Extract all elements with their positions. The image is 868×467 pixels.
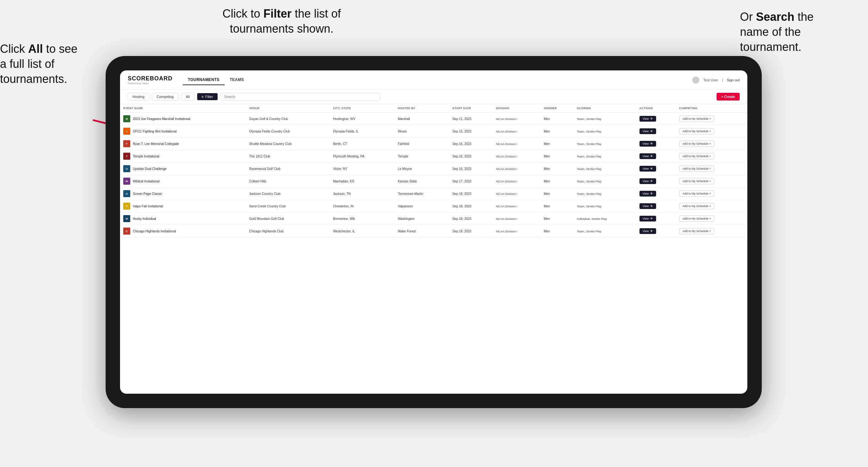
scoreboard-logo: SCOREBOARD Powered by clippd <box>128 75 173 85</box>
view-button-3[interactable]: View 👁 <box>640 153 656 159</box>
cell-scoring-4: Team, Stroke Play <box>574 163 636 175</box>
add-schedule-button-5[interactable]: Add to My Schedule + <box>679 178 714 184</box>
cell-city-7: Chesterton, IN <box>330 200 395 213</box>
cell-city-2: Berlin, CT <box>330 137 395 150</box>
cell-venue-7: Sand Creek Country Club <box>246 200 330 213</box>
tablet-frame: SCOREBOARD Powered by clippd TOURNAMENTS… <box>105 56 762 408</box>
add-schedule-button-8[interactable]: Add to My Schedule + <box>679 215 714 222</box>
cell-competing-3: Add to My Schedule + <box>676 150 747 163</box>
cell-competing-8: Add to My Schedule + <box>676 213 747 225</box>
nav-tabs: TOURNAMENTS TEAMS <box>183 75 249 85</box>
table-row: C Chicago Highlands Invitational Chicago… <box>120 225 747 238</box>
add-schedule-button-1[interactable]: Add to My Schedule + <box>679 128 714 134</box>
cell-event-7: V Valpo Fall Invitational <box>120 200 246 213</box>
cell-competing-5: Add to My Schedule + <box>676 175 747 188</box>
cell-gender-9: Men <box>540 225 574 238</box>
hosting-tab[interactable]: Hosting <box>128 93 149 100</box>
cell-actions-7: View 👁 <box>636 200 676 213</box>
cell-city-8: Bremerton, WA <box>330 213 395 225</box>
view-button-7[interactable]: View 👁 <box>640 203 656 209</box>
add-schedule-button-0[interactable]: Add to My Schedule + <box>679 116 714 122</box>
table-body: M 2023 Joe Feaganes Marshall Invitationa… <box>120 113 747 238</box>
team-logo-7: V <box>123 203 130 210</box>
cell-actions-9: View 👁 <box>636 225 676 238</box>
cell-event-3: T Temple Invitational <box>120 150 246 163</box>
tab-teams[interactable]: TEAMS <box>225 75 249 85</box>
eye-icon-5: 👁 <box>650 180 653 183</box>
cell-venue-5: Colbert Hills <box>246 175 330 188</box>
search-input[interactable] <box>220 93 380 100</box>
create-button[interactable]: + Create <box>717 93 740 100</box>
col-event-name: EVENT NAME <box>120 104 246 113</box>
team-logo-0: M <box>123 115 130 122</box>
cell-hosted-6: Tennessee-Martin <box>395 188 449 200</box>
tablet-screen: SCOREBOARD Powered by clippd TOURNAMENTS… <box>120 70 747 394</box>
table-row: M 2023 Joe Feaganes Marshall Invitationa… <box>120 113 747 125</box>
annotation-filter: Click to Filter the list oftournaments s… <box>198 6 365 36</box>
sign-out-link[interactable]: Sign out <box>727 78 740 82</box>
cell-date-9: Sep 18, 2023 <box>449 225 493 238</box>
cell-date-0: Sep 11, 2023 <box>449 113 493 125</box>
cell-city-6: Jackson, TN <box>330 188 395 200</box>
cell-date-4: Sep 16, 2023 <box>449 163 493 175</box>
add-schedule-button-4[interactable]: Add to My Schedule + <box>679 165 714 172</box>
cell-gender-2: Men <box>540 137 574 150</box>
add-schedule-button-6[interactable]: Add to My Schedule + <box>679 190 714 197</box>
cell-hosted-0: Marshall <box>395 113 449 125</box>
cell-venue-0: Guyan Golf & Country Club <box>246 113 330 125</box>
col-hosted-by: HOSTED BY <box>395 104 449 113</box>
view-button-5[interactable]: View 👁 <box>640 178 656 184</box>
filter-button[interactable]: ≡ Filter <box>197 93 218 100</box>
table-row: G Grover Page Classic Jackson Country Cl… <box>120 188 747 200</box>
cell-venue-3: The 1912 Club <box>246 150 330 163</box>
annotation-all: Click All to seea full list oftournament… <box>0 41 102 86</box>
cell-event-6: G Grover Page Classic <box>120 188 246 200</box>
cell-scoring-7: Team, Stroke Play <box>574 200 636 213</box>
view-button-6[interactable]: View 👁 <box>640 191 656 196</box>
add-schedule-button-3[interactable]: Add to My Schedule + <box>679 153 714 159</box>
cell-competing-1: Add to My Schedule + <box>676 125 747 137</box>
cell-division-8: NCAA Division I <box>493 213 540 225</box>
add-schedule-button-2[interactable]: Add to My Schedule + <box>679 141 714 147</box>
cell-gender-5: Men <box>540 175 574 188</box>
team-logo-9: C <box>123 227 130 235</box>
add-schedule-button-9[interactable]: Add to My Schedule + <box>679 228 714 234</box>
competing-tab[interactable]: Competing <box>152 93 178 100</box>
view-button-1[interactable]: View 👁 <box>640 128 656 134</box>
eye-icon-2: 👁 <box>650 142 653 145</box>
event-name-2: Ryan T. Lee Memorial Collegiate <box>133 142 179 146</box>
tab-tournaments[interactable]: TOURNAMENTS <box>183 75 225 85</box>
eye-icon-8: 👁 <box>650 217 653 220</box>
cell-hosted-9: Wake Forest <box>395 225 449 238</box>
cell-hosted-3: Temple <box>395 150 449 163</box>
view-button-9[interactable]: View 👁 <box>640 228 656 234</box>
add-schedule-button-7[interactable]: Add to My Schedule + <box>679 203 714 209</box>
team-logo-5: W <box>123 178 130 185</box>
view-button-0[interactable]: View 👁 <box>640 116 656 122</box>
cell-competing-6: Add to My Schedule + <box>676 188 747 200</box>
view-button-8[interactable]: View 👁 <box>640 216 656 221</box>
all-tab[interactable]: All <box>181 93 195 100</box>
cell-venue-6: Jackson Country Club <box>246 188 330 200</box>
cell-competing-4: Add to My Schedule + <box>676 163 747 175</box>
event-name-5: Wildcat Invitational <box>133 180 159 183</box>
cell-date-3: Sep 16, 2023 <box>449 150 493 163</box>
col-actions: ACTIONS <box>636 104 676 113</box>
cell-hosted-5: Kansas State <box>395 175 449 188</box>
tournaments-table: EVENT NAME VENUE CITY, STATE HOSTED BY S… <box>120 104 747 238</box>
cell-venue-2: Shuttle Meadow Country Club <box>246 137 330 150</box>
cell-gender-4: Men <box>540 163 574 175</box>
team-logo-2: F <box>123 140 130 147</box>
filter-bar: Hosting Competing All ≡ Filter + Create <box>120 90 747 104</box>
view-button-4[interactable]: View 👁 <box>640 166 656 172</box>
event-name-4: Upstate Dual Challenge <box>133 167 167 170</box>
table-row: V Valpo Fall Invitational Sand Creek Cou… <box>120 200 747 213</box>
cell-hosted-4: Le Moyne <box>395 163 449 175</box>
cell-division-9: NCAA Division I <box>493 225 540 238</box>
view-button-2[interactable]: View 👁 <box>640 141 656 147</box>
table-row: W Husky Individual Gold Mountain Golf Cl… <box>120 213 747 225</box>
cell-city-3: Plymouth Meeting, PA <box>330 150 395 163</box>
cell-date-7: Sep 18, 2023 <box>449 200 493 213</box>
cell-scoring-3: Team, Stroke Play <box>574 150 636 163</box>
cell-venue-1: Olympia Fields Country Club <box>246 125 330 137</box>
